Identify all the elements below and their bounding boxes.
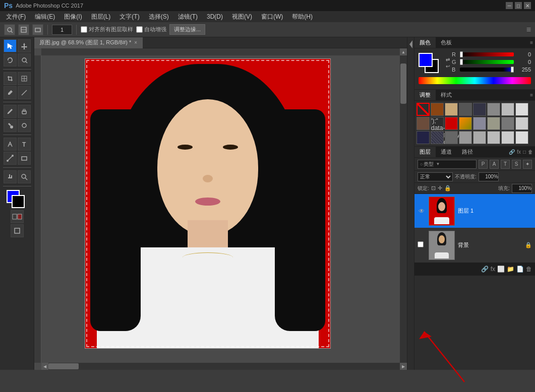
style-swatch-light-gray[interactable]	[501, 103, 514, 116]
type-tool[interactable]: T	[18, 138, 31, 151]
color-tab[interactable]: 颜色	[414, 37, 436, 48]
new-layer-icon[interactable]: 📄	[516, 266, 524, 273]
lock-pixels-icon[interactable]: ⊡	[431, 185, 436, 191]
auto-enhance-checkbox[interactable]	[136, 26, 143, 33]
reset-colors-icon[interactable]: ↩	[446, 63, 450, 69]
layer-filter-type[interactable]: T	[501, 160, 510, 169]
adjust-panel-options-icon[interactable]: ≡	[530, 92, 533, 98]
r-slider-track[interactable]	[460, 52, 514, 56]
layer-filter-pixel[interactable]: P	[479, 160, 488, 169]
tab-close-icon[interactable]: ×	[134, 40, 137, 45]
crop-tool[interactable]	[4, 72, 17, 85]
lasso-tool[interactable]	[4, 53, 17, 67]
window-controls[interactable]: ─ □ ✕	[506, 2, 531, 9]
rectangle-tool[interactable]	[18, 152, 31, 165]
style-swatch-medium-gray[interactable]	[487, 103, 500, 116]
menu-filter[interactable]: 滤镜(T)	[174, 12, 202, 22]
b-slider-track[interactable]	[460, 68, 514, 72]
layers-delete-icon[interactable]: 🗑	[528, 149, 533, 155]
tool-option-icon3[interactable]	[32, 24, 43, 35]
g-slider-thumb[interactable]	[460, 59, 463, 65]
menu-help[interactable]: 帮助(H)	[288, 12, 317, 22]
blend-mode-select[interactable]: 正常	[418, 172, 453, 181]
scroll-up-button[interactable]: ▲	[400, 48, 407, 55]
layer-1-item[interactable]: 👁 图层 1	[414, 194, 535, 228]
style-swatch-3-5[interactable]	[473, 131, 486, 144]
menu-image[interactable]: 图像(I)	[60, 12, 86, 22]
style-swatch-3-1[interactable]	[417, 131, 430, 144]
style-swatch-tan[interactable]	[445, 103, 458, 116]
menu-3d[interactable]: 3D(D)	[203, 12, 227, 21]
add-style-icon[interactable]: fx	[491, 266, 495, 273]
r-slider-thumb[interactable]	[460, 51, 463, 57]
layer-1-eye-icon[interactable]: 👁	[418, 207, 426, 215]
slice-tool[interactable]	[18, 72, 31, 85]
style-swatch-2-4[interactable]	[473, 117, 486, 130]
style-swatch-3-7[interactable]	[501, 131, 514, 144]
vertical-scrollbar-thumb[interactable]	[400, 63, 406, 104]
vertical-scrollbar[interactable]: ▲ ▼	[400, 48, 407, 370]
menu-view[interactable]: 视图(V)	[228, 12, 256, 22]
path-tool[interactable]	[4, 152, 17, 165]
layer-filter-shape[interactable]: S	[512, 160, 521, 169]
screen-mode-tool[interactable]	[11, 224, 24, 237]
style-swatch-gold-gradient[interactable]	[459, 117, 472, 130]
layers-type-chevron[interactable]: ▼	[436, 162, 440, 166]
style-swatch-2-6[interactable]	[501, 117, 514, 130]
hand-tool[interactable]	[4, 170, 17, 183]
menu-layer[interactable]: 图层(L)	[87, 12, 115, 22]
layer-bg-visibility-checkbox[interactable]	[418, 241, 424, 247]
lock-all-icon[interactable]: 🔒	[444, 185, 451, 191]
swap-colors-icon[interactable]: ⇄	[446, 57, 450, 62]
style-swatch-3-4[interactable]	[459, 131, 472, 144]
opacity-input[interactable]	[479, 172, 499, 181]
style-swatch-red[interactable]	[445, 117, 458, 130]
brush-tool[interactable]	[4, 105, 17, 118]
menu-edit[interactable]: 编辑(E)	[31, 12, 59, 22]
menu-text[interactable]: 文字(T)	[115, 12, 143, 22]
style-swatch-2-1[interactable]	[417, 117, 430, 130]
menu-file[interactable]: 文件(F)	[2, 12, 30, 22]
fill-input[interactable]	[512, 184, 532, 193]
style-swatch-gray[interactable]	[459, 103, 472, 116]
style-swatch-3-3[interactable]	[445, 131, 458, 144]
tool-option-icon2[interactable]	[18, 24, 29, 35]
adjust-tab[interactable]: 调整	[414, 90, 436, 100]
layers-link-icon[interactable]: 🔗	[509, 149, 515, 155]
color-spectrum[interactable]	[419, 77, 531, 84]
menu-select[interactable]: 选择(S)	[145, 12, 173, 22]
menu-window[interactable]: 窗口(W)	[257, 12, 287, 22]
scroll-right-button[interactable]: ▶	[400, 363, 407, 370]
layers-type-select[interactable]: ○ 类型 ▼	[418, 160, 477, 169]
pen-tool[interactable]	[4, 138, 17, 151]
horizontal-scrollbar[interactable]: ◀ ▶	[41, 363, 407, 370]
delete-layer-icon[interactable]: 🗑	[526, 266, 532, 273]
adjust-edges-button[interactable]: 调整边缘...	[169, 24, 205, 35]
color-panel-options-icon[interactable]: ≡	[530, 40, 533, 45]
style-swatch-3-6[interactable]	[487, 131, 500, 144]
b-slider-thumb[interactable]	[511, 67, 514, 73]
style-swatch-2-7[interactable]	[515, 117, 528, 130]
ruler-tool[interactable]	[18, 86, 31, 99]
blur-tool[interactable]	[18, 119, 31, 132]
maximize-button[interactable]: □	[515, 2, 522, 9]
horizontal-scrollbar-thumb[interactable]	[48, 363, 79, 369]
style-swatch-dark-blue[interactable]	[473, 103, 486, 116]
link-layers-icon[interactable]: 🔗	[481, 266, 489, 273]
paint-bucket-tool[interactable]	[4, 119, 17, 132]
add-mask-icon[interactable]: ⬜	[497, 266, 505, 273]
zoom-tool[interactable]	[18, 170, 31, 183]
style-swatch-none[interactable]	[417, 103, 430, 116]
style-swatch-pattern[interactable]	[431, 131, 444, 144]
scroll-left-button[interactable]: ◀	[41, 363, 48, 370]
layer-filter-adjust[interactable]: A	[490, 160, 499, 169]
canvas-tab-photo[interactable]: 原图.jpg @ 68.9% (图层 1, RGB/8#) * ×	[34, 37, 143, 48]
size-input[interactable]	[52, 25, 72, 35]
layer-filter-smart[interactable]: ✦	[523, 160, 532, 169]
move-tool[interactable]	[18, 39, 31, 52]
style-swatch-brown[interactable]	[431, 103, 444, 116]
quick-select-tool[interactable]	[18, 53, 31, 67]
lock-position-icon[interactable]: ✛	[438, 185, 442, 191]
color-selector[interactable]	[7, 190, 28, 208]
fg-color-swatch[interactable]	[419, 53, 433, 67]
